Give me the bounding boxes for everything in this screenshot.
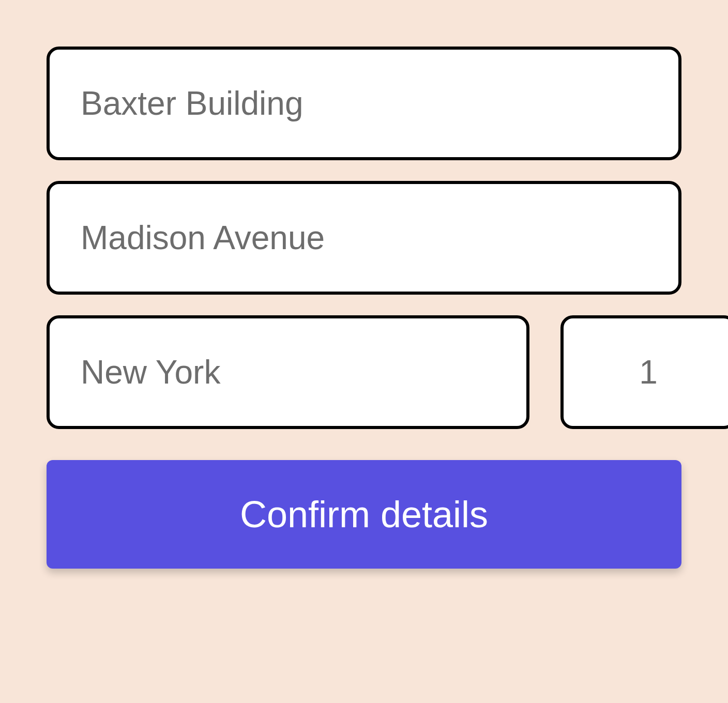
number-input[interactable] xyxy=(560,315,728,429)
confirm-button[interactable]: Confirm details xyxy=(47,460,681,569)
building-input[interactable] xyxy=(47,47,681,160)
city-input[interactable] xyxy=(47,315,529,429)
street-input[interactable] xyxy=(47,181,681,295)
address-form: Confirm details xyxy=(47,47,681,569)
city-number-row xyxy=(47,315,681,429)
